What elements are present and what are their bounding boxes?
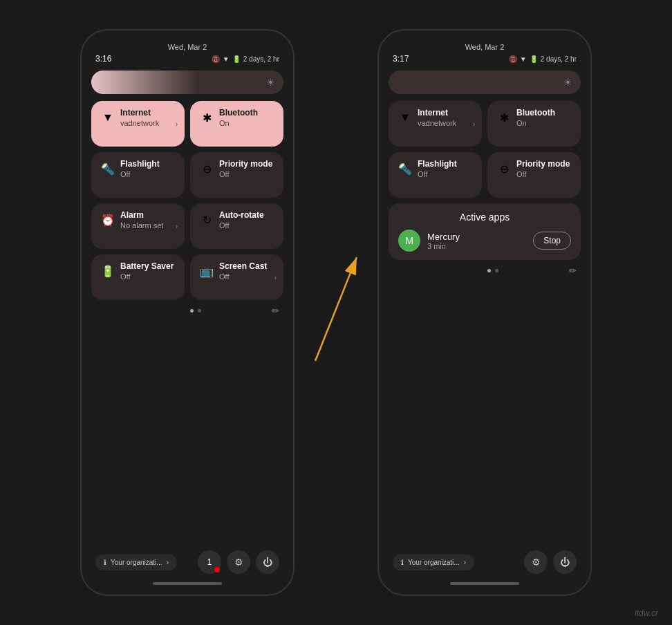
left-status-icons: 📵 ▼ 🔋 2 days, 2 hr [212, 55, 279, 63]
left-tiles-grid: ▼ Internet vadnetwork › ✱ Bluetooth [91, 101, 283, 300]
dot-active [190, 309, 194, 312]
tile-battery[interactable]: 🔋 Battery Saver Off [91, 254, 185, 300]
flashlight-title: Flashlight [120, 159, 160, 169]
right-tiles-grid: ▼ Internet vadnetwork › ✱ Bluetooth [389, 101, 581, 198]
r-bluetooth-title: Bluetooth [516, 108, 555, 118]
notification-button[interactable]: 1 [198, 550, 221, 574]
r-tile-bluetooth[interactable]: ✱ Bluetooth On [487, 101, 581, 147]
priority-icon: ⊖ [203, 162, 212, 176]
left-date: Wed, Mar 2 [95, 43, 279, 51]
r-tile-priority[interactable]: ⊖ Priority mode Off [487, 152, 581, 198]
flashlight-icon: 🔦 [101, 162, 115, 176]
notification-dot [214, 567, 220, 572]
screencast-icon: 📺 [200, 265, 214, 278]
internet-subtitle: vadnetwork [120, 119, 159, 127]
r-power-icon: ⏻ [560, 557, 570, 568]
right-time: 3:17 [393, 54, 409, 64]
battery-subtitle: Off [120, 272, 174, 281]
left-time: 3:16 [95, 54, 111, 64]
r-info-icon: ℹ [401, 559, 404, 566]
tile-internet[interactable]: ▼ Internet vadnetwork › [91, 101, 185, 147]
r-tile-internet[interactable]: ▼ Internet vadnetwork › [389, 101, 482, 147]
r-settings-button[interactable]: ⚙ [524, 550, 548, 574]
r-tile-flashlight[interactable]: 🔦 Flashlight Off [389, 152, 482, 198]
r-brightness-icon: ☀ [563, 77, 572, 88]
left-page-dots-row: ✏ [91, 306, 283, 316]
bluetooth-subtitle: On [219, 119, 258, 127]
left-org-button[interactable]: ℹ Your organizati... › [95, 554, 177, 570]
power-button[interactable]: ⏻ [256, 550, 279, 574]
r-priority-icon: ⊖ [500, 162, 509, 176]
brightness-icon: ☀ [266, 77, 275, 88]
left-bottom-bar: ℹ Your organizati... › 1 ⚙ ⏻ [91, 545, 283, 577]
info-icon: ℹ [104, 559, 106, 566]
app-name: Mercury [427, 232, 460, 242]
tile-priority[interactable]: ⊖ Priority mode Off [190, 152, 283, 198]
left-bottom-icons: 1 ⚙ ⏻ [198, 550, 279, 574]
left-status-row: 3:16 📵 ▼ 🔋 2 days, 2 hr [91, 53, 283, 68]
right-phone: Wed, Mar 2 3:17 📵 ▼ 🔋 2 days, 2 hr ☀ [377, 29, 592, 596]
right-brightness-slider[interactable]: ☀ [389, 71, 581, 94]
right-home-indicator [450, 582, 519, 585]
wifi-icon: ▼ [223, 55, 230, 63]
annotation-arrow [308, 243, 364, 382]
alarm-title: Alarm [120, 210, 163, 220]
r-internet-subtitle: vadnetwork [418, 119, 456, 127]
notification-num: 1 [207, 557, 212, 567]
settings-button[interactable]: ⚙ [227, 550, 250, 574]
alarm-subtitle: No alarm set [120, 221, 163, 230]
app-time: 3 min [427, 242, 460, 250]
r-flashlight-title: Flashlight [418, 159, 457, 169]
r-org-label: Your organizati... [408, 559, 460, 566]
bluetooth-title: Bluetooth [219, 108, 258, 118]
r-internet-icon: ▼ [400, 111, 411, 124]
right-org-button[interactable]: ℹ Your organizati... › [393, 554, 474, 570]
flashlight-subtitle: Off [120, 170, 160, 178]
right-status-row: 3:17 📵 ▼ 🔋 2 days, 2 hr [389, 53, 581, 68]
watermark: itdw.cr [635, 608, 658, 618]
stop-button[interactable]: Stop [533, 232, 571, 250]
right-bottom-row: ℹ Your organizati... › ⚙ ⏻ [393, 550, 577, 574]
left-phone: Wed, Mar 2 3:16 📵 ▼ 🔋 2 days, 2 hr ☀ [80, 29, 295, 596]
active-apps-card: Active apps M Mercury 3 min Stop [389, 203, 581, 260]
r-priority-title: Priority mode [516, 159, 570, 169]
internet-title: Internet [120, 108, 159, 118]
priority-subtitle: Off [219, 170, 272, 178]
left-brightness-slider[interactable]: ☀ [91, 71, 283, 94]
right-date: Wed, Mar 2 [393, 43, 577, 51]
battery-text: 2 days, 2 hr [243, 55, 279, 63]
app-details: Mercury 3 min [427, 232, 460, 250]
right-edit-icon[interactable]: ✏ [569, 265, 577, 276]
right-page-dots [487, 269, 498, 272]
autorotate-icon: ↻ [203, 214, 212, 227]
active-apps-title: Active apps [398, 212, 571, 223]
left-edit-icon[interactable]: ✏ [272, 306, 279, 316]
autorotate-title: Auto-rotate [219, 210, 264, 220]
r-internet-chevron: › [473, 120, 475, 128]
left-page-dots [190, 309, 201, 312]
r-internet-title: Internet [418, 108, 456, 118]
alarm-icon: ⏰ [101, 214, 115, 227]
right-bottom-bar: ℹ Your organizati... › ⚙ ⏻ [389, 545, 581, 577]
alarm-chevron: › [176, 223, 178, 230]
priority-title: Priority mode [219, 159, 272, 169]
app-info: M Mercury 3 min [398, 230, 460, 252]
r-flashlight-subtitle: Off [418, 170, 457, 178]
r-power-button[interactable]: ⏻ [553, 550, 577, 574]
screencast-title: Screen Cast [219, 261, 267, 271]
tile-flashlight[interactable]: 🔦 Flashlight Off [91, 152, 185, 198]
screencast-chevron: › [274, 274, 277, 281]
autorotate-subtitle: Off [219, 221, 264, 230]
internet-chevron: › [176, 120, 178, 128]
r-battery-text: 2 days, 2 hr [541, 55, 577, 63]
tile-alarm[interactable]: ⏰ Alarm No alarm set › [91, 203, 185, 249]
org-label: Your organizati... [111, 559, 162, 566]
right-page-dots-row: ✏ [389, 265, 581, 276]
r-dot-inactive [495, 269, 498, 272]
dot-inactive [198, 309, 201, 312]
tile-screencast[interactable]: 📺 Screen Cast Off › [190, 254, 283, 300]
tile-autorotate[interactable]: ↻ Auto-rotate Off [190, 203, 283, 249]
tile-bluetooth[interactable]: ✱ Bluetooth On [190, 101, 283, 147]
app-row: M Mercury 3 min Stop [398, 230, 571, 252]
left-status-bar: Wed, Mar 2 [91, 40, 283, 53]
